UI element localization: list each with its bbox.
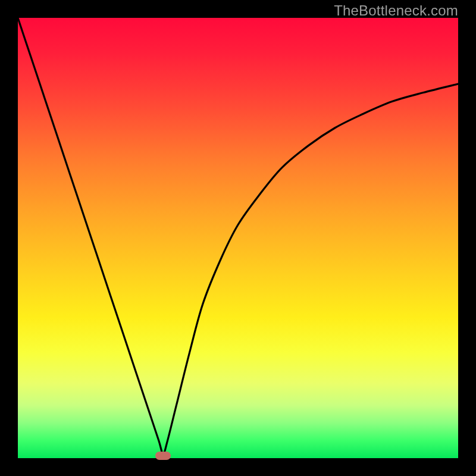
chart-frame: TheBottleneck.com (0, 0, 476, 476)
plot-area (18, 18, 458, 458)
watermark-text: TheBottleneck.com (334, 2, 458, 19)
curve-svg (18, 18, 458, 458)
bottleneck-curve-path (18, 18, 458, 454)
min-marker (155, 452, 171, 460)
